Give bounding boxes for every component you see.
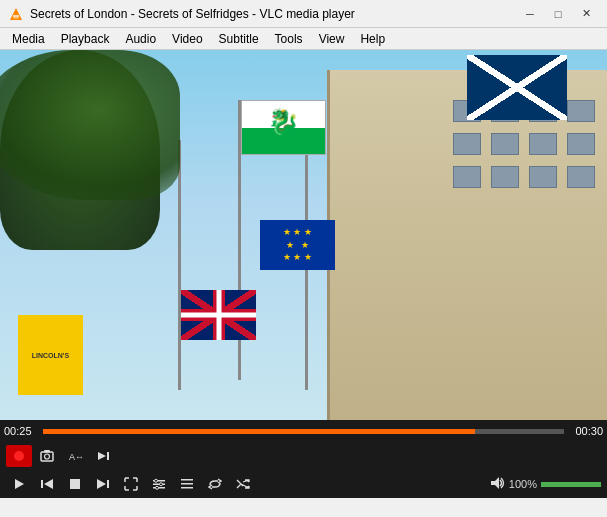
fullscreen-icon: [124, 477, 138, 491]
svg-text:A↔B: A↔B: [69, 452, 82, 462]
svg-rect-23: [181, 483, 193, 485]
flag-pole-3: [178, 140, 181, 390]
svg-rect-11: [41, 480, 43, 488]
svg-rect-24: [181, 487, 193, 489]
app-icon: [8, 6, 24, 22]
svg-rect-9: [107, 452, 109, 460]
yellow-banner: LINCOLN'S: [18, 315, 83, 395]
menu-help[interactable]: Help: [352, 28, 393, 49]
menu-bar: Media Playback Audio Video Subtitle Tool…: [0, 28, 607, 50]
window-12: [567, 166, 595, 188]
menu-media[interactable]: Media: [4, 28, 53, 49]
svg-rect-22: [181, 479, 193, 481]
window-5: [453, 133, 481, 155]
volume-fill: [541, 482, 601, 487]
menu-subtitle[interactable]: Subtitle: [211, 28, 267, 49]
svg-point-19: [155, 479, 158, 482]
record-button[interactable]: [6, 445, 32, 467]
seek-bar[interactable]: [43, 429, 564, 434]
flag-scotland: [467, 55, 567, 120]
building-windows: [453, 100, 597, 290]
controls-row1: A↔B: [0, 442, 607, 470]
svg-marker-25: [491, 477, 499, 489]
frame-next-button[interactable]: [90, 445, 116, 467]
loop-icon: [208, 477, 222, 491]
frame-next-icon: [96, 449, 110, 463]
stop-button[interactable]: [62, 473, 88, 495]
close-button[interactable]: ✕: [573, 4, 599, 24]
union-h-white: [181, 313, 256, 318]
window-controls: ─ □ ✕: [517, 4, 599, 24]
current-time: 00:25: [4, 425, 39, 437]
fullscreen-button[interactable]: [118, 473, 144, 495]
svg-point-3: [14, 451, 24, 461]
window-7: [529, 133, 557, 155]
menu-audio[interactable]: Audio: [117, 28, 164, 49]
window-9: [453, 166, 481, 188]
snapshot-button[interactable]: [34, 445, 60, 467]
video-canvas: 🐉 ★ ★ ★★ ★★ ★ ★ LINCOLN'S: [0, 50, 607, 420]
record-icon: [12, 449, 26, 463]
flag-union-jack: [181, 290, 256, 340]
menu-playback[interactable]: Playback: [53, 28, 118, 49]
building: [327, 70, 607, 420]
svg-rect-13: [70, 479, 80, 489]
title-bar: Secrets of London - Secrets of Selfridge…: [0, 0, 607, 28]
stop-icon: [68, 477, 82, 491]
progress-area: 00:25 00:30: [0, 420, 607, 442]
svg-point-21: [156, 486, 159, 489]
menu-video[interactable]: Video: [164, 28, 210, 49]
total-time: 00:30: [568, 425, 603, 437]
next-button[interactable]: [90, 473, 116, 495]
progress-fill: [43, 429, 475, 434]
extended-settings-button[interactable]: [146, 473, 172, 495]
random-button[interactable]: [230, 473, 256, 495]
tree-branches: [0, 50, 180, 200]
volume-icon: [489, 475, 505, 494]
svg-marker-12: [44, 479, 53, 489]
volume-slider[interactable]: [541, 482, 601, 487]
loop-ab-button[interactable]: A↔B: [62, 445, 88, 467]
svg-rect-6: [44, 450, 50, 453]
dragon-symbol: 🐉: [267, 109, 299, 135]
video-display[interactable]: 🐉 ★ ★ ★★ ★★ ★ ★ LINCOLN'S: [0, 50, 607, 420]
prev-button[interactable]: [34, 473, 60, 495]
loop-button[interactable]: [202, 473, 228, 495]
snapshot-icon: [40, 449, 54, 463]
window-11: [529, 166, 557, 188]
play-icon: [12, 477, 26, 491]
prev-icon: [40, 477, 54, 491]
random-icon: [236, 477, 250, 491]
flag-wales: 🐉: [241, 100, 326, 155]
svg-marker-15: [97, 479, 106, 489]
volume-control: 100%: [489, 475, 601, 494]
window-4: [567, 100, 595, 122]
svg-rect-2: [14, 17, 19, 19]
maximize-button[interactable]: □: [545, 4, 571, 24]
minimize-button[interactable]: ─: [517, 4, 543, 24]
playlist-button[interactable]: [174, 473, 200, 495]
svg-point-5: [45, 454, 50, 459]
speaker-icon: [489, 475, 505, 491]
menu-view[interactable]: View: [311, 28, 353, 49]
svg-marker-8: [98, 452, 106, 460]
volume-percentage: 100%: [509, 478, 537, 490]
extended-settings-icon: [152, 477, 166, 491]
svg-marker-10: [15, 479, 24, 489]
svg-rect-1: [13, 15, 19, 17]
window-6: [491, 133, 519, 155]
eu-stars: ★ ★ ★★ ★★ ★ ★: [283, 226, 312, 264]
window-title: Secrets of London - Secrets of Selfridge…: [30, 7, 517, 21]
flag-pole-2: [305, 150, 308, 390]
next-icon: [96, 477, 110, 491]
window-8: [567, 133, 595, 155]
loop-ab-icon: A↔B: [68, 449, 82, 463]
svg-rect-14: [107, 480, 109, 488]
flag-eu: ★ ★ ★★ ★★ ★ ★: [260, 220, 335, 270]
menu-tools[interactable]: Tools: [267, 28, 311, 49]
window-10: [491, 166, 519, 188]
play-button[interactable]: [6, 473, 32, 495]
svg-rect-4: [41, 452, 53, 461]
controls-row2: 100%: [0, 470, 607, 498]
flag-scotland-diag2: [467, 55, 567, 120]
